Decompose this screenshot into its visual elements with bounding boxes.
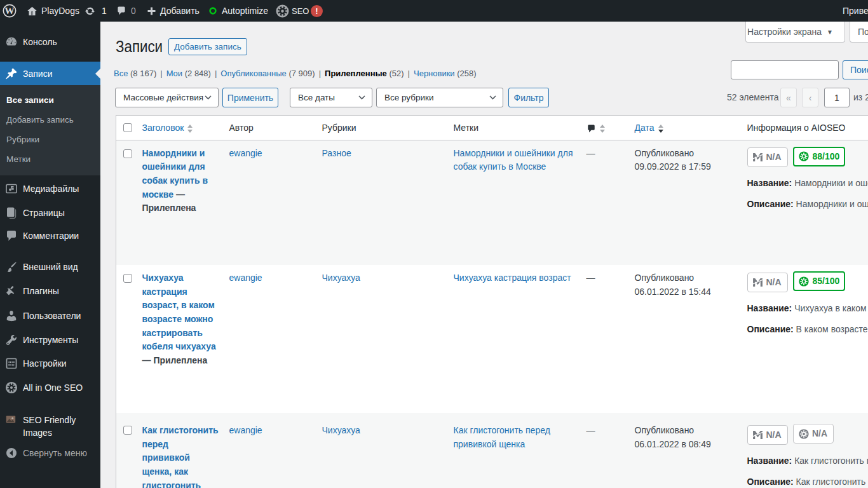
svg-text:!: !	[315, 6, 318, 16]
svg-text:W: W	[4, 5, 15, 16]
